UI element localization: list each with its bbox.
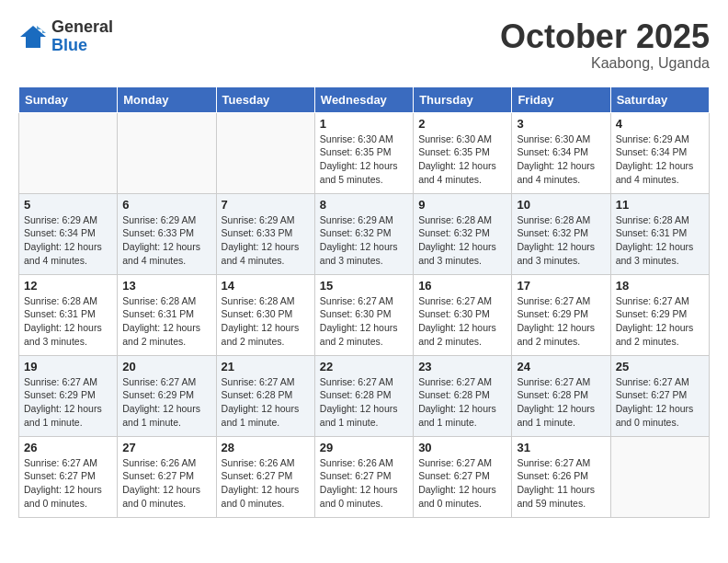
- calendar-cell: 18Sunrise: 6:27 AM Sunset: 6:29 PM Dayli…: [610, 274, 709, 355]
- day-info: Sunrise: 6:29 AM Sunset: 6:33 PM Dayligh…: [122, 213, 210, 268]
- day-number: 14: [222, 279, 310, 293]
- calendar-cell: 15Sunrise: 6:27 AM Sunset: 6:30 PM Dayli…: [314, 274, 413, 355]
- calendar-cell: 1Sunrise: 6:30 AM Sunset: 6:35 PM Daylig…: [314, 112, 413, 193]
- col-header-saturday: Saturday: [610, 86, 709, 112]
- calendar-week-3: 12Sunrise: 6:28 AM Sunset: 6:31 PM Dayli…: [19, 274, 710, 355]
- calendar-cell: 27Sunrise: 6:26 AM Sunset: 6:27 PM Dayli…: [118, 436, 216, 517]
- day-number: 28: [222, 441, 310, 454]
- calendar-week-1: 1Sunrise: 6:30 AM Sunset: 6:35 PM Daylig…: [19, 112, 710, 193]
- calendar-week-4: 19Sunrise: 6:27 AM Sunset: 6:29 PM Dayli…: [19, 355, 710, 436]
- calendar-cell: [216, 112, 314, 193]
- day-number: 19: [24, 360, 112, 373]
- calendar-cell: 11Sunrise: 6:28 AM Sunset: 6:31 PM Dayli…: [610, 193, 709, 274]
- day-number: 24: [517, 360, 605, 373]
- day-number: 1: [320, 117, 408, 131]
- day-info: Sunrise: 6:29 AM Sunset: 6:32 PM Dayligh…: [320, 213, 408, 268]
- month-title: October 2025: [500, 18, 710, 55]
- day-info: Sunrise: 6:27 AM Sunset: 6:29 PM Dayligh…: [24, 375, 112, 430]
- day-number: 25: [616, 360, 704, 373]
- calendar-cell: 23Sunrise: 6:27 AM Sunset: 6:28 PM Dayli…: [414, 355, 512, 436]
- calendar-cell: 30Sunrise: 6:27 AM Sunset: 6:27 PM Dayli…: [414, 436, 512, 517]
- col-header-tuesday: Tuesday: [216, 86, 314, 112]
- day-info: Sunrise: 6:27 AM Sunset: 6:28 PM Dayligh…: [418, 375, 506, 430]
- location: Kaabong, Uganda: [500, 55, 710, 72]
- calendar-cell: 12Sunrise: 6:28 AM Sunset: 6:31 PM Dayli…: [19, 274, 118, 355]
- day-number: 6: [122, 198, 210, 212]
- logo: General Blue: [18, 18, 113, 55]
- day-info: Sunrise: 6:30 AM Sunset: 6:35 PM Dayligh…: [320, 132, 408, 187]
- day-info: Sunrise: 6:27 AM Sunset: 6:27 PM Dayligh…: [418, 456, 506, 511]
- calendar-cell: 16Sunrise: 6:27 AM Sunset: 6:30 PM Dayli…: [414, 274, 512, 355]
- day-number: 29: [320, 441, 408, 454]
- calendar-cell: 13Sunrise: 6:28 AM Sunset: 6:31 PM Dayli…: [118, 274, 216, 355]
- day-info: Sunrise: 6:28 AM Sunset: 6:31 PM Dayligh…: [24, 294, 112, 349]
- logo-text: General Blue: [51, 18, 113, 55]
- calendar-cell: 10Sunrise: 6:28 AM Sunset: 6:32 PM Dayli…: [512, 193, 610, 274]
- day-info: Sunrise: 6:29 AM Sunset: 6:34 PM Dayligh…: [24, 213, 112, 268]
- calendar-cell: 8Sunrise: 6:29 AM Sunset: 6:32 PM Daylig…: [314, 193, 413, 274]
- calendar-cell: 6Sunrise: 6:29 AM Sunset: 6:33 PM Daylig…: [118, 193, 216, 274]
- day-info: Sunrise: 6:27 AM Sunset: 6:28 PM Dayligh…: [320, 375, 408, 430]
- day-info: Sunrise: 6:30 AM Sunset: 6:35 PM Dayligh…: [418, 132, 506, 187]
- day-number: 31: [517, 441, 605, 454]
- col-header-sunday: Sunday: [19, 86, 118, 112]
- day-info: Sunrise: 6:27 AM Sunset: 6:30 PM Dayligh…: [418, 294, 506, 349]
- day-number: 23: [418, 360, 506, 373]
- day-number: 20: [122, 360, 210, 373]
- calendar-cell: 5Sunrise: 6:29 AM Sunset: 6:34 PM Daylig…: [19, 193, 118, 274]
- calendar-cell: 29Sunrise: 6:26 AM Sunset: 6:27 PM Dayli…: [314, 436, 413, 517]
- calendar-cell: 25Sunrise: 6:27 AM Sunset: 6:27 PM Dayli…: [610, 355, 709, 436]
- col-header-monday: Monday: [118, 86, 216, 112]
- logo-general: General: [51, 18, 113, 37]
- day-number: 4: [616, 117, 704, 131]
- calendar-cell: 26Sunrise: 6:27 AM Sunset: 6:27 PM Dayli…: [19, 436, 118, 517]
- svg-marker-0: [20, 26, 46, 48]
- day-info: Sunrise: 6:27 AM Sunset: 6:29 PM Dayligh…: [517, 294, 605, 349]
- day-info: Sunrise: 6:28 AM Sunset: 6:31 PM Dayligh…: [122, 294, 210, 349]
- day-number: 9: [418, 198, 506, 212]
- calendar-cell: 24Sunrise: 6:27 AM Sunset: 6:28 PM Dayli…: [512, 355, 610, 436]
- calendar-cell: 28Sunrise: 6:26 AM Sunset: 6:27 PM Dayli…: [216, 436, 314, 517]
- calendar-cell: 7Sunrise: 6:29 AM Sunset: 6:33 PM Daylig…: [216, 193, 314, 274]
- calendar-cell: [610, 436, 709, 517]
- title-block: October 2025 Kaabong, Uganda: [500, 18, 710, 72]
- calendar-table: SundayMondayTuesdayWednesdayThursdayFrid…: [18, 86, 710, 518]
- day-number: 5: [24, 198, 112, 212]
- calendar-cell: [118, 112, 216, 193]
- day-info: Sunrise: 6:27 AM Sunset: 6:26 PM Dayligh…: [517, 456, 605, 511]
- day-info: Sunrise: 6:28 AM Sunset: 6:31 PM Dayligh…: [616, 213, 704, 268]
- day-info: Sunrise: 6:27 AM Sunset: 6:30 PM Dayligh…: [320, 294, 408, 349]
- calendar-cell: 3Sunrise: 6:30 AM Sunset: 6:34 PM Daylig…: [512, 112, 610, 193]
- day-number: 27: [122, 441, 210, 454]
- day-number: 3: [517, 117, 605, 131]
- day-number: 11: [616, 198, 704, 212]
- day-info: Sunrise: 6:27 AM Sunset: 6:29 PM Dayligh…: [122, 375, 210, 430]
- calendar-cell: 14Sunrise: 6:28 AM Sunset: 6:30 PM Dayli…: [216, 274, 314, 355]
- calendar-week-2: 5Sunrise: 6:29 AM Sunset: 6:34 PM Daylig…: [19, 193, 710, 274]
- day-number: 16: [418, 279, 506, 293]
- day-info: Sunrise: 6:27 AM Sunset: 6:27 PM Dayligh…: [616, 375, 704, 430]
- day-number: 10: [517, 198, 605, 212]
- calendar-cell: 9Sunrise: 6:28 AM Sunset: 6:32 PM Daylig…: [414, 193, 512, 274]
- calendar-cell: 19Sunrise: 6:27 AM Sunset: 6:29 PM Dayli…: [19, 355, 118, 436]
- day-info: Sunrise: 6:28 AM Sunset: 6:30 PM Dayligh…: [222, 294, 310, 349]
- day-info: Sunrise: 6:30 AM Sunset: 6:34 PM Dayligh…: [517, 132, 605, 187]
- day-info: Sunrise: 6:28 AM Sunset: 6:32 PM Dayligh…: [418, 213, 506, 268]
- day-info: Sunrise: 6:29 AM Sunset: 6:33 PM Dayligh…: [222, 213, 310, 268]
- day-number: 18: [616, 279, 704, 293]
- day-info: Sunrise: 6:28 AM Sunset: 6:32 PM Dayligh…: [517, 213, 605, 268]
- day-info: Sunrise: 6:26 AM Sunset: 6:27 PM Dayligh…: [222, 456, 310, 511]
- day-number: 22: [320, 360, 408, 373]
- day-number: 21: [222, 360, 310, 373]
- calendar-header-row: SundayMondayTuesdayWednesdayThursdayFrid…: [19, 86, 710, 112]
- calendar-cell: 20Sunrise: 6:27 AM Sunset: 6:29 PM Dayli…: [118, 355, 216, 436]
- col-header-wednesday: Wednesday: [314, 86, 413, 112]
- page-header: General Blue October 2025 Kaabong, Ugand…: [18, 18, 710, 72]
- day-info: Sunrise: 6:27 AM Sunset: 6:29 PM Dayligh…: [616, 294, 704, 349]
- day-number: 26: [24, 441, 112, 454]
- day-info: Sunrise: 6:27 AM Sunset: 6:28 PM Dayligh…: [222, 375, 310, 430]
- day-number: 13: [122, 279, 210, 293]
- col-header-friday: Friday: [512, 86, 610, 112]
- calendar-cell: [19, 112, 118, 193]
- calendar-cell: 2Sunrise: 6:30 AM Sunset: 6:35 PM Daylig…: [414, 112, 512, 193]
